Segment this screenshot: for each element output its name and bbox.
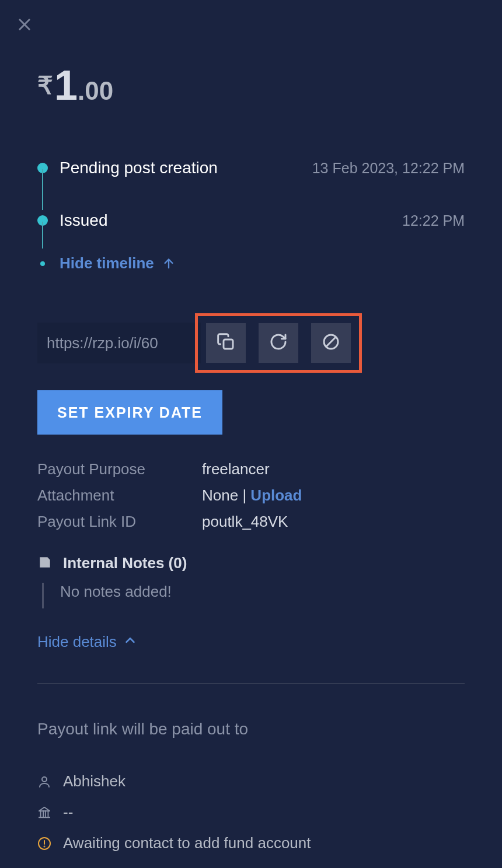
set-expiry-date-button[interactable]: SET EXPIRY DATE xyxy=(37,390,222,435)
copy-icon xyxy=(217,332,235,354)
contact-block: Abhishek -- Awaiting contact to add fund… xyxy=(37,772,465,852)
arrow-up-icon xyxy=(162,257,175,270)
cancel-icon xyxy=(322,332,340,354)
timeline-dot-icon xyxy=(40,261,45,266)
payout-link-id-value: poutlk_48VK xyxy=(202,513,288,531)
paid-out-heading: Payout link will be paid out to xyxy=(37,720,465,738)
internal-notes-header: Internal Notes (0) xyxy=(37,554,465,572)
timeline-time: 13 Feb 2023, 12:22 PM xyxy=(312,160,465,177)
svg-rect-3 xyxy=(224,340,233,349)
svg-line-5 xyxy=(326,337,336,346)
timeline-item: Issued 12:22 PM xyxy=(37,211,465,230)
svg-point-6 xyxy=(42,777,47,782)
payout-link-input[interactable] xyxy=(37,323,201,363)
hide-details-label: Hide details xyxy=(37,633,117,651)
chevron-up-icon xyxy=(124,633,137,651)
svg-marker-7 xyxy=(39,807,50,810)
timeline-time: 12:22 PM xyxy=(402,212,465,229)
currency-symbol: ₹ xyxy=(37,71,53,100)
cancel-link-button[interactable] xyxy=(311,323,351,363)
timeline-label: Pending post creation xyxy=(60,159,312,177)
internal-notes-label: Internal Notes (0) xyxy=(63,554,187,572)
svg-point-15 xyxy=(44,846,45,846)
attachment-label: Attachment xyxy=(37,487,202,505)
refresh-icon xyxy=(269,332,288,354)
amount-decimal: .00 xyxy=(78,76,113,106)
note-icon xyxy=(37,555,53,572)
divider xyxy=(37,683,465,684)
contact-status: Awaiting contact to add fund account xyxy=(63,834,311,852)
timeline-item: Pending post creation 13 Feb 2023, 12:22… xyxy=(37,159,465,177)
refresh-link-button[interactable] xyxy=(259,323,298,363)
timeline-label: Issued xyxy=(60,211,402,230)
attachment-none: None xyxy=(202,487,238,504)
attachment-sep: | xyxy=(238,487,250,504)
copy-link-button[interactable] xyxy=(206,323,246,363)
timeline: Pending post creation 13 Feb 2023, 12:22… xyxy=(37,159,465,272)
amount-integer: 1 xyxy=(54,61,78,109)
close-button[interactable] xyxy=(16,16,33,33)
upload-attachment-link[interactable]: Upload xyxy=(250,487,302,504)
contact-bank: -- xyxy=(63,803,73,821)
payout-purpose-value: freelancer xyxy=(202,460,270,478)
hide-details-toggle[interactable]: Hide details xyxy=(37,633,465,651)
payout-amount: ₹ 1 .00 xyxy=(37,61,465,109)
hide-timeline-toggle[interactable]: Hide timeline xyxy=(37,254,465,272)
bank-icon xyxy=(37,806,51,819)
person-icon xyxy=(37,775,51,789)
payout-link-id-label: Payout Link ID xyxy=(37,513,202,531)
internal-notes-empty: No notes added! xyxy=(42,583,465,608)
hide-timeline-label: Hide timeline xyxy=(60,254,154,272)
payout-purpose-label: Payout Purpose xyxy=(37,460,202,478)
contact-name: Abhishek xyxy=(63,772,126,790)
payout-details: Payout Purpose freelancer Attachment Non… xyxy=(37,460,465,531)
link-action-buttons-highlight xyxy=(195,313,362,373)
warning-icon xyxy=(37,836,51,850)
